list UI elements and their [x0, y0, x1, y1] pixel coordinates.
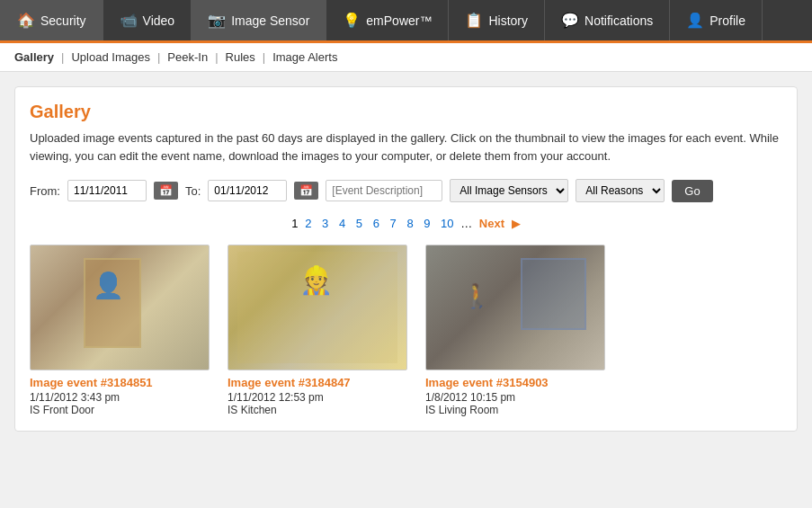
nav-label-history: History — [488, 13, 528, 28]
nav-item-image-sensor[interactable]: 📷 Image Sensor — [192, 0, 326, 40]
video-icon: 📹 — [120, 12, 138, 29]
page-2[interactable]: 2 — [301, 217, 315, 230]
page-current: 1 — [291, 217, 298, 230]
pagination: 1 2 3 4 5 6 7 8 9 10 … Next ▶ — [30, 217, 782, 230]
event-date-1: 1/11/2012 3:43 pm — [30, 391, 210, 404]
image-thumb-2[interactable] — [228, 245, 407, 370]
to-date-input[interactable] — [208, 180, 287, 201]
from-label: From: — [30, 184, 60, 198]
subnav-rules[interactable]: Rules — [219, 50, 263, 64]
image-grid: Image event #3184851 1/11/2012 3:43 pm I… — [30, 245, 782, 416]
nav-label-notifications: Notifications — [584, 13, 653, 28]
page-4[interactable]: 4 — [335, 217, 349, 230]
nav-item-notifications[interactable]: 💬 Notifications — [545, 0, 670, 40]
subnav-gallery[interactable]: Gallery — [14, 50, 61, 64]
page-3[interactable]: 3 — [318, 217, 332, 230]
event-date-3: 1/8/2012 10:15 pm — [425, 391, 605, 404]
event-link-2[interactable]: Image event #3184847 — [228, 376, 407, 389]
subnav-image-alerts[interactable]: Image Alerts — [265, 50, 344, 64]
page-9[interactable]: 9 — [420, 217, 433, 230]
from-calendar-button[interactable]: 📅 — [154, 182, 178, 200]
nav-item-security[interactable]: 🏠 Security — [0, 0, 103, 40]
reasons-select[interactable]: All Reasons — [576, 179, 665, 202]
sub-navigation: Gallery | Upload Images | Peek-In | Rule… — [0, 43, 812, 72]
go-button[interactable]: Go — [672, 180, 712, 202]
nav-item-empower[interactable]: 💡 emPower™ — [326, 0, 449, 40]
home-icon: 🏠 — [17, 12, 35, 29]
event-description-input[interactable] — [326, 180, 442, 201]
empower-icon: 💡 — [343, 12, 361, 29]
event-location-1: IS Front Door — [30, 404, 210, 416]
nav-label-video: Video — [143, 13, 175, 28]
nav-label-profile: Profile — [709, 13, 745, 28]
image-sensor-icon: 📷 — [208, 12, 226, 29]
page-6[interactable]: 6 — [370, 217, 383, 230]
event-link-1[interactable]: Image event #3184851 — [30, 376, 210, 389]
pagination-next[interactable]: Next — [476, 217, 508, 230]
page-8[interactable]: 8 — [403, 217, 416, 230]
top-navigation: 🏠 Security 📹 Video 📷 Image Sensor 💡 emPo… — [0, 0, 812, 43]
image-thumb-1[interactable] — [30, 245, 210, 370]
notifications-icon: 💬 — [561, 12, 579, 29]
nav-item-history[interactable]: 📋 History — [449, 0, 545, 40]
next-arrow: ▶ — [512, 217, 521, 230]
profile-icon: 👤 — [686, 12, 704, 29]
main-content: Gallery Uploaded image events captured i… — [0, 72, 812, 446]
from-date-input[interactable] — [67, 180, 147, 201]
gallery-container: Gallery Uploaded image events captured i… — [14, 86, 798, 432]
page-5[interactable]: 5 — [352, 217, 366, 230]
subnav-peek-in[interactable]: Peek-In — [160, 50, 215, 64]
to-calendar-button[interactable]: 📅 — [294, 182, 318, 200]
nav-label-empower: emPower™ — [366, 13, 432, 28]
nav-label-image-sensor: Image Sensor — [231, 13, 309, 28]
image-card-3[interactable]: Image event #3154903 1/8/2012 10:15 pm I… — [425, 245, 605, 416]
pagination-ellipsis: … — [460, 217, 476, 230]
image-card-2[interactable]: Image event #3184847 1/11/2012 12:53 pm … — [228, 245, 407, 416]
filter-bar: From: 📅 To: 📅 All Image Sensors All Reas… — [30, 179, 782, 202]
page-7[interactable]: 7 — [387, 217, 400, 230]
image-card-1[interactable]: Image event #3184851 1/11/2012 3:43 pm I… — [30, 245, 210, 416]
image-thumb-3[interactable] — [425, 245, 605, 370]
event-location-3: IS Living Room — [425, 404, 605, 416]
sensors-select[interactable]: All Image Sensors — [450, 179, 568, 202]
subnav-upload-images[interactable]: Upload Images — [64, 50, 156, 64]
history-icon: 📋 — [465, 12, 483, 29]
event-date-2: 1/11/2012 12:53 pm — [228, 391, 407, 404]
page-10[interactable]: 10 — [437, 217, 457, 230]
gallery-description: Uploaded image events captured in the pa… — [30, 129, 782, 165]
gallery-title: Gallery — [30, 102, 782, 122]
event-link-3[interactable]: Image event #3154903 — [425, 376, 605, 389]
nav-item-profile[interactable]: 👤 Profile — [670, 0, 763, 40]
nav-label-security: Security — [40, 13, 86, 28]
to-label: To: — [185, 184, 201, 198]
nav-item-video[interactable]: 📹 Video — [103, 0, 192, 40]
event-location-2: IS Kitchen — [228, 404, 407, 416]
